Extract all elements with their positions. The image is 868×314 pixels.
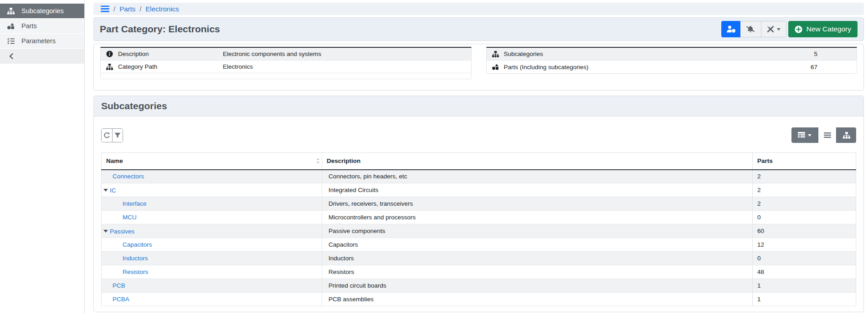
page-title: Part Category: Electronics — [100, 24, 220, 35]
info-label: Parts (Including subcategories) — [504, 64, 609, 71]
category-link[interactable]: Passives — [110, 228, 134, 235]
collapse-caret-icon[interactable] — [103, 230, 108, 233]
caret-down-icon — [808, 134, 812, 137]
row-description: Passive components — [322, 224, 753, 238]
sidebar-item-subcategories[interactable]: Subcategories — [0, 4, 84, 19]
header-actions: New Category — [721, 21, 858, 37]
tools-dropdown-button[interactable] — [761, 21, 786, 37]
panel-title: Subcategories — [101, 101, 167, 111]
column-header-description[interactable]: Description — [322, 153, 753, 170]
refresh-button[interactable] — [102, 129, 112, 142]
row-description: Inductors — [322, 252, 753, 265]
info-row-category-path: Category Path Electronics — [101, 61, 471, 73]
list-icon — [824, 132, 831, 138]
subcategories-panel: Subcategories — [93, 96, 864, 312]
category-link[interactable]: Capacitors — [123, 241, 152, 248]
row-parts-count: 48 — [753, 265, 856, 279]
caret-down-icon — [777, 28, 781, 30]
row-parts-count: 60 — [753, 224, 856, 238]
shapes-icon — [487, 64, 504, 70]
row-description: Connectors, pin headers, etc — [322, 170, 753, 183]
table-row: PCBA PCB assemblies 1 — [102, 293, 856, 306]
row-description: Capacitors — [322, 238, 753, 252]
menu-toggle-icon[interactable] — [101, 5, 109, 12]
info-row-description: Description Electronic components and sy… — [101, 48, 471, 61]
row-parts-count: 2 — [753, 183, 856, 197]
row-parts-count: 0 — [753, 211, 856, 224]
sidebar-item-label: Parameters — [21, 37, 56, 45]
table-row: Connectors Connectors, pin headers, etc … — [102, 170, 856, 183]
category-details-table: Description Electronic components and sy… — [100, 47, 472, 79]
table-icon — [798, 132, 805, 138]
info-label: Category Path — [118, 63, 223, 70]
sidebar-item-parts[interactable]: Parts — [0, 19, 84, 34]
info-value: Electronic components and systems — [223, 51, 471, 57]
row-parts-count: 1 — [753, 279, 856, 293]
row-description: Printed circuit boards — [322, 279, 753, 293]
table-view-dropdown-button[interactable] — [791, 127, 818, 143]
info-value: Electronics — [223, 63, 471, 70]
part-category-page: Subcategories Parts — [0, 0, 868, 314]
category-link[interactable]: Connectors — [113, 173, 144, 180]
column-label: Parts — [757, 157, 773, 164]
breadcrumb-link-electronics[interactable]: Electronics — [145, 5, 179, 13]
category-link[interactable]: MCU — [123, 214, 137, 221]
sidebar-item-label: Subcategories — [21, 7, 64, 15]
subcategories-table: Name Description — [101, 152, 856, 306]
sidebar-item-label: Parts — [21, 22, 37, 30]
table-row: Interface Drivers, receivers, transceive… — [102, 197, 856, 211]
row-parts-count: 1 — [753, 293, 856, 306]
list-check-icon — [7, 38, 15, 44]
row-parts-count: 2 — [753, 197, 856, 211]
shapes-icon — [7, 23, 15, 30]
table-row: IC Integrated Circuits 2 — [102, 183, 856, 197]
row-parts-count: 0 — [753, 252, 856, 265]
main-content: / Parts / Electronics Part Category: Ele… — [93, 0, 864, 312]
table-row: PCB Printed circuit boards 1 — [102, 279, 856, 293]
disable-notifications-button[interactable] — [740, 21, 761, 37]
sidebar-item-parameters[interactable]: Parameters — [0, 34, 84, 49]
row-description: Microcontrollers and processors — [322, 211, 753, 224]
category-link[interactable]: PCB — [113, 282, 125, 289]
category-link[interactable]: Interface — [123, 200, 147, 207]
breadcrumb-separator: / — [139, 5, 141, 13]
table-header-row: Name Description — [102, 153, 856, 170]
sort-icon — [316, 158, 320, 164]
category-link[interactable]: IC — [110, 187, 116, 194]
table-row: Resistors Resistors 48 — [102, 265, 856, 279]
column-label: Description — [327, 157, 360, 164]
plus-circle-icon — [795, 25, 802, 33]
filter-icon — [114, 132, 121, 138]
refresh-icon — [103, 132, 110, 139]
new-category-button[interactable]: New Category — [788, 21, 858, 37]
category-link[interactable]: PCBA — [113, 296, 129, 303]
table-row: MCU Microcontrollers and processors 0 — [102, 211, 856, 224]
permissions-button[interactable] — [721, 21, 740, 37]
sitemap-icon — [487, 51, 504, 57]
chevron-left-icon — [9, 53, 13, 59]
sitemap-icon — [843, 132, 850, 139]
bell-slash-icon — [746, 25, 755, 33]
info-label: Subcategories — [504, 51, 609, 57]
info-label: Description — [118, 51, 223, 57]
screwdriver-wrench-icon — [767, 25, 774, 33]
info-row-parts-count: Parts (Including subcategories) 67 — [487, 61, 857, 73]
column-header-parts[interactable]: Parts — [753, 153, 856, 170]
row-description: PCB assemblies — [322, 293, 753, 306]
filter-button[interactable] — [112, 129, 123, 142]
info-row-subcategories-count: Subcategories 5 — [487, 48, 857, 61]
row-description: Resistors — [322, 265, 753, 279]
column-header-name[interactable]: Name — [102, 153, 322, 170]
user-shield-icon — [726, 25, 735, 33]
sitemap-icon — [7, 8, 15, 15]
collapse-caret-icon[interactable] — [103, 189, 108, 192]
category-link[interactable]: Inductors — [123, 255, 148, 262]
breadcrumb-link-parts[interactable]: Parts — [119, 5, 135, 13]
tree-view-button[interactable] — [836, 127, 856, 143]
list-view-button[interactable] — [818, 127, 836, 143]
sidebar-collapse-button[interactable] — [0, 49, 84, 64]
sidebar: Subcategories Parts — [0, 0, 85, 314]
new-category-label: New Category — [806, 25, 851, 33]
category-link[interactable]: Resistors — [123, 268, 148, 275]
category-info-section: Description Electronic components and sy… — [93, 44, 864, 91]
